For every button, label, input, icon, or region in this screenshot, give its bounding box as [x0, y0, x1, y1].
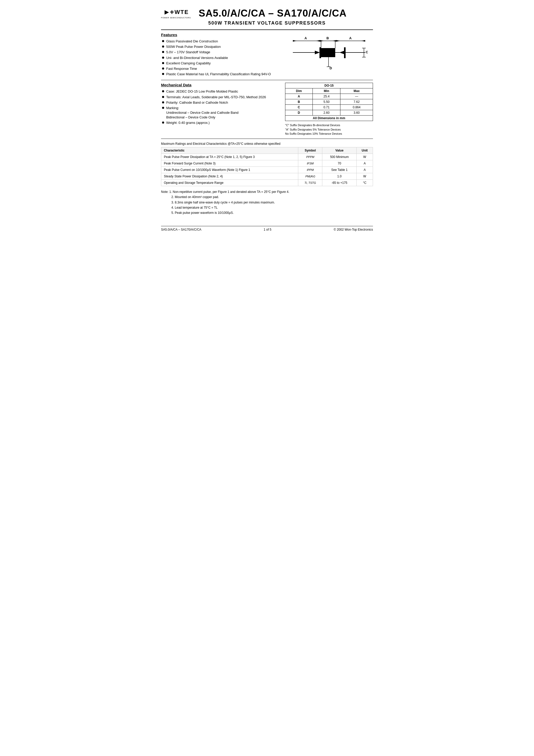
list-item: Uni- and Bi-Directional Versions Availab… — [162, 56, 280, 60]
features-section: Features Glass Passivated Die Constructi… — [161, 33, 373, 77]
value-3: See Table 1 — [322, 167, 357, 173]
symbol-2: IFSM — [298, 160, 322, 167]
min-d: 2.60 — [312, 110, 340, 116]
unit-1: W — [357, 153, 373, 160]
list-item: Fast Response Time — [162, 67, 280, 71]
dim-col-header: Dim — [285, 89, 313, 94]
notes-items: 2. Mounted on 40mm² copper pad. 3. 8.3ms… — [172, 194, 373, 216]
bullet-icon — [162, 62, 164, 64]
value-2: 70 — [322, 160, 357, 167]
svg-marker-16 — [293, 40, 297, 41]
char-2: Peak Forward Surge Current (Note 3) — [161, 160, 298, 167]
bullet-icon — [162, 73, 164, 75]
dimensions-table: DO-15 Dim Min Max A 25.4 — B 5.50 7.62 — [285, 83, 373, 121]
table-row: Peak Pulse Power Dissipation at TA = 25°… — [161, 153, 373, 160]
note-2: 2. Mounted on 40mm² copper pad. — [172, 194, 373, 200]
table-row: C 0.71 0.864 — [285, 105, 373, 110]
svg-text:A: A — [305, 36, 307, 40]
bullet-icon — [162, 122, 164, 123]
max-col-header: Max — [340, 89, 373, 94]
logo-sub: POWER SEMICONDUCTORS — [161, 17, 191, 19]
section-divider-2 — [161, 139, 373, 139]
table-row: Steady State Power Dissipation (Note 2, … — [161, 173, 373, 179]
svg-marker-20 — [333, 40, 336, 41]
features-title: Features — [161, 33, 280, 37]
min-c: 0.71 — [312, 105, 340, 110]
table-row: Peak Forward Surge Current (Note 3) IFSM… — [161, 160, 373, 167]
value-1: 500 Minimum — [322, 153, 357, 160]
value-4: 1.0 — [322, 173, 357, 179]
svg-marker-19 — [320, 40, 324, 41]
footer-right: © 2002 Won-Top Electronics — [334, 228, 373, 231]
char-3: Peak Pulse Current on 10/1000μS Waveform… — [161, 167, 298, 173]
symbol-3: IPPM — [298, 167, 322, 173]
note-5: 5. Peak pulse power waveform is 10/1000μ… — [172, 210, 373, 215]
svg-text:C: C — [366, 50, 368, 54]
list-item: Excellent Clamping Capability — [162, 61, 280, 66]
min-col-header: Min — [312, 89, 340, 94]
features-diagram: A B A C D — [285, 33, 373, 77]
suffix-note-2: "A" Suffix Designates 5% Tolerance Devic… — [285, 127, 373, 132]
list-item: 500W Peak Pulse Power Dissipation — [162, 44, 280, 49]
max-ratings-section: Maximum Ratings and Electrical Character… — [161, 142, 373, 186]
logo-text: WTE — [174, 9, 189, 15]
svg-rect-3 — [321, 48, 335, 57]
symbol-5: Ti, TSTG — [298, 179, 322, 186]
max-b: 7.62 — [340, 99, 373, 105]
svg-rect-2 — [319, 47, 321, 58]
svg-text:D: D — [330, 66, 332, 70]
list-item: Glass Passivated Die Construction — [162, 39, 280, 44]
features-list: Glass Passivated Die Construction 500W P… — [161, 39, 280, 76]
notes-section: Note: 1. Non-repetitive current pulse, p… — [161, 189, 373, 216]
bullet-icon — [162, 57, 164, 59]
svg-text:B: B — [327, 36, 329, 40]
list-item: Weight: 0.40 grams (approx.) — [162, 121, 280, 125]
list-item: Terminals: Axial Leads, Solderable per M… — [162, 95, 280, 99]
min-a: 25.4 — [312, 94, 340, 99]
dim-a: A — [285, 94, 313, 99]
ratings-header-row: Characteristic Symbol Value Unit — [161, 147, 373, 153]
mechanical-right: DO-15 Dim Min Max A 25.4 — B 5.50 7.62 — [285, 83, 373, 136]
table-row: Peak Pulse Current on 10/1000μS Waveform… — [161, 167, 373, 173]
value-5: -65 to +175 — [322, 179, 357, 186]
note-4: 4. Lead temperature at 75°C = TL — [172, 205, 373, 210]
unit-2: A — [357, 160, 373, 167]
note-3: 3. 8.3ms single half sine-wave duty cycl… — [172, 200, 373, 205]
unit-4: W — [357, 173, 373, 179]
page-footer: SA5.0/A/CA – SA170/A/C/CA 1 of 5 © 2002 … — [161, 226, 373, 231]
bullet-icon — [162, 40, 164, 42]
dim-table-title: DO-15 — [285, 83, 373, 89]
svg-marker-22 — [336, 40, 340, 41]
logo-area: ►+ WTE POWER SEMICONDUCTORS — [161, 8, 191, 19]
notes-intro: Note: 1. Non-repetitive current pulse, p… — [161, 189, 373, 194]
svg-rect-6 — [344, 47, 346, 58]
sub-title: 500W TRANSIENT VOLTAGE SUPPRESSORS — [161, 20, 373, 26]
svg-text:A: A — [349, 36, 352, 40]
value-header: Value — [322, 147, 357, 153]
table-row-footer: All Dimensions in mm — [285, 116, 373, 121]
list-item: Case: JEDEC DO-15 Low Profile Molded Pla… — [162, 89, 280, 94]
char-header: Characteristic — [161, 147, 298, 153]
bullet-icon — [162, 45, 164, 47]
bullet-icon — [162, 90, 164, 92]
footer-left: SA5.0/A/CA – SA170/A/C/CA — [161, 228, 201, 231]
svg-marker-1 — [315, 51, 320, 54]
char-1: Peak Pulse Power Dissipation at TA = 25°… — [161, 153, 298, 160]
char-5: Operating and Storage Temperature Range — [161, 179, 298, 186]
svg-marker-23 — [361, 40, 365, 41]
ratings-table: Characteristic Symbol Value Unit Peak Pu… — [161, 147, 373, 186]
list-item: Plastic Case Material has UL Flammabilit… — [162, 72, 280, 76]
mechanical-title: Mechanical Data — [161, 83, 280, 87]
suffix-note-1: "C" Suffix Designates Bi-directional Dev… — [285, 123, 373, 127]
max-c: 0.864 — [340, 105, 373, 110]
unit-3: A — [357, 167, 373, 173]
suffix-note-3: No Suffix Designates 10% Tolerance Devic… — [285, 132, 373, 136]
mechanical-left: Mechanical Data Case: JEDEC DO-15 Low Pr… — [161, 83, 280, 136]
dim-b: B — [285, 99, 313, 105]
table-row: A 25.4 — — [285, 94, 373, 99]
table-row: D 2.60 3.60 — [285, 110, 373, 116]
max-d: 3.60 — [340, 110, 373, 116]
symbol-1: PPPM — [298, 153, 322, 160]
list-item: Marking: Unidirectional – Device Code an… — [162, 106, 280, 120]
mechanical-section: Mechanical Data Case: JEDEC DO-15 Low Pr… — [161, 83, 373, 136]
